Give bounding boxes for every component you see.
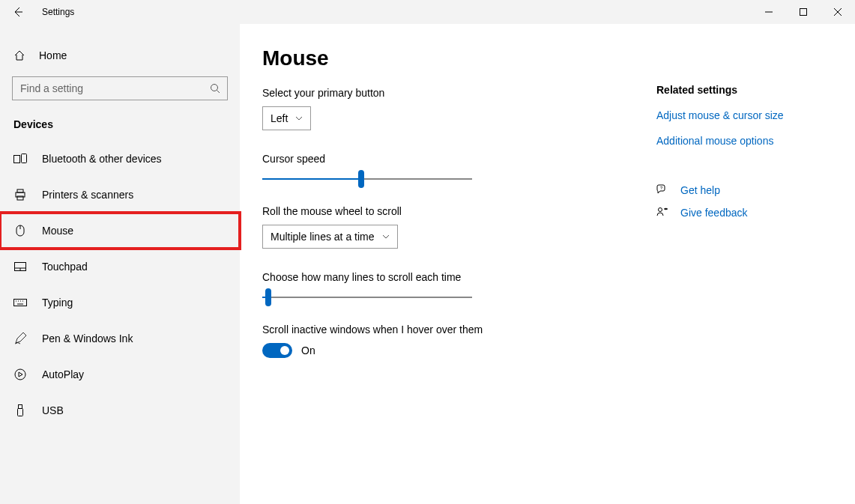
scroll-lines-slider[interactable] — [262, 297, 472, 298]
window-title: Settings — [42, 7, 74, 17]
sidebar-item-label: Printers & scanners — [42, 189, 133, 201]
maximize-button[interactable] — [786, 0, 821, 24]
svg-point-27 — [659, 208, 662, 212]
sidebar-item-autoplay[interactable]: AutoPlay — [0, 356, 240, 392]
sidebar-item-usb[interactable]: USB — [0, 392, 240, 428]
inactive-windows-toggle[interactable] — [262, 343, 292, 358]
touchpad-icon — [13, 262, 27, 271]
autoplay-icon — [13, 368, 27, 380]
sidebar-item-mouse[interactable]: Mouse — [0, 213, 240, 249]
link-adjust-mouse-cursor-size[interactable]: Adjust mouse & cursor size — [656, 109, 855, 121]
slider-thumb[interactable] — [265, 288, 271, 306]
sidebar-item-label: AutoPlay — [42, 368, 84, 380]
search-icon — [210, 83, 220, 94]
scroll-mode-value: Multiple lines at a time — [271, 231, 375, 243]
primary-button-label: Select your primary button — [262, 87, 637, 99]
svg-rect-2 — [800, 9, 807, 16]
sidebar-item-label: Touchpad — [42, 261, 88, 273]
chevron-down-icon — [295, 116, 303, 121]
page-title: Mouse — [262, 46, 637, 70]
usb-icon — [13, 404, 27, 416]
inactive-windows-value: On — [301, 344, 315, 356]
inactive-windows-label: Scroll inactive windows when I hover ove… — [262, 324, 637, 336]
primary-button-value: Left — [271, 112, 288, 124]
svg-point-23 — [15, 369, 25, 380]
cursor-speed-slider[interactable] — [262, 178, 472, 180]
svg-rect-25 — [18, 409, 23, 416]
sidebar-item-printers[interactable]: Printers & scanners — [0, 177, 240, 213]
sidebar-item-label: Mouse — [42, 225, 73, 237]
nav-home[interactable]: Home — [0, 40, 240, 70]
titlebar: Settings — [0, 0, 855, 24]
scroll-mode-select[interactable]: Multiple lines at a time — [262, 225, 398, 249]
related-heading: Related settings — [656, 84, 855, 96]
pen-icon — [13, 333, 27, 344]
related-panel: Related settings Adjust mouse & cursor s… — [656, 46, 855, 504]
svg-line-6 — [217, 91, 220, 94]
help-icon: ? — [656, 184, 668, 196]
sidebar-item-bluetooth[interactable]: Bluetooth & other devices — [0, 141, 240, 177]
minimize-button[interactable] — [752, 0, 786, 24]
svg-rect-17 — [14, 300, 27, 306]
mouse-icon — [13, 225, 27, 237]
slider-thumb[interactable] — [358, 170, 364, 188]
sidebar-item-touchpad[interactable]: Touchpad — [0, 249, 240, 285]
category-label: Devices — [13, 118, 240, 130]
scroll-mode-label: Roll the mouse wheel to scroll — [262, 205, 637, 217]
sidebar-item-label: Bluetooth & other devices — [42, 153, 162, 165]
chevron-down-icon — [382, 234, 390, 239]
close-button[interactable] — [821, 0, 855, 24]
sidebar-item-pen[interactable]: Pen & Windows Ink — [0, 321, 240, 356]
svg-rect-8 — [22, 154, 27, 163]
feedback-icon — [656, 207, 668, 219]
link-get-help[interactable]: Get help — [680, 184, 720, 196]
sidebar-item-label: Pen & Windows Ink — [42, 333, 133, 344]
link-give-feedback[interactable]: Give feedback — [680, 207, 748, 219]
scroll-lines-label: Choose how many lines to scroll each tim… — [262, 271, 637, 283]
svg-point-5 — [211, 85, 218, 91]
printer-icon — [13, 189, 27, 201]
svg-text:?: ? — [660, 186, 663, 190]
nav-home-label: Home — [39, 49, 67, 61]
home-icon — [13, 49, 25, 61]
sidebar-item-typing[interactable]: Typing — [0, 285, 240, 321]
cursor-speed-label: Cursor speed — [262, 153, 637, 165]
back-button[interactable] — [0, 0, 36, 24]
svg-rect-24 — [19, 405, 22, 409]
sidebar-item-label: USB — [42, 404, 64, 416]
svg-rect-7 — [14, 156, 20, 163]
devices-icon — [13, 154, 27, 164]
svg-rect-10 — [17, 189, 23, 192]
sidebar: Home Devices Bluetooth & other devices — [0, 24, 240, 504]
search-input[interactable] — [12, 76, 228, 100]
primary-button-select[interactable]: Left — [262, 106, 311, 130]
keyboard-icon — [13, 299, 27, 306]
sidebar-item-label: Typing — [42, 297, 73, 309]
link-additional-mouse-options[interactable]: Additional mouse options — [656, 135, 855, 147]
main-content: Mouse Select your primary button Left Cu… — [262, 46, 637, 504]
